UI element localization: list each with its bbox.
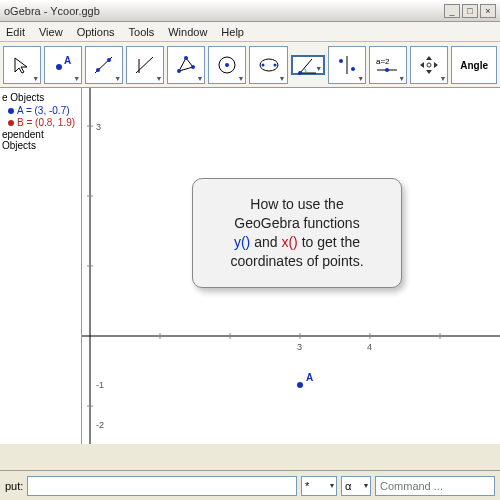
svg-point-17 [339,59,343,63]
chevron-down-icon: ▼ [357,75,364,82]
chevron-down-icon: ▾ [364,481,370,490]
chevron-down-icon: ▼ [155,75,162,82]
point-a[interactable] [297,382,303,388]
svg-point-14 [261,63,264,66]
dependent-objects-header: ependent Objects [2,129,79,151]
menu-window[interactable]: Window [168,26,207,38]
tool-slider[interactable]: a=2▼ [369,46,407,84]
input-label: put: [5,480,23,492]
free-objects-header: e Objects [2,92,79,103]
chevron-down-icon: ▼ [32,75,39,82]
svg-point-0 [56,64,62,70]
chevron-down-icon: ▼ [398,75,405,82]
svg-point-19 [351,67,355,71]
x-tick-3: 3 [297,342,302,352]
graphics-view[interactable]: 3 4 3 -1 -2 A How to use the GeoGebra fu… [82,88,500,444]
symbol-picker[interactable]: *▾ [301,476,337,496]
work-area: e Objects A = (3, -0.7) B = (0.8, 1.9) e… [0,88,500,444]
hint-tooltip: How to use the GeoGebra functions y() an… [192,178,402,288]
tool-point[interactable]: A▼ [44,46,82,84]
close-button[interactable]: × [480,4,496,18]
toolbar: ▼ A▼ ▼ ▼ ▼ ▼ ▼ ▼ ▼ a=2▼ ▼ Angle [0,42,500,88]
tool-move-view[interactable]: ▼ [410,46,448,84]
object-a[interactable]: A = (3, -0.7) [8,105,79,116]
tool-reflect[interactable]: ▼ [328,46,366,84]
chevron-down-icon: ▾ [330,481,336,490]
command-input[interactable] [27,476,297,496]
svg-point-12 [225,63,229,67]
tool-polygon[interactable]: ▼ [167,46,205,84]
chevron-down-icon: ▼ [315,65,322,72]
chevron-down-icon: ▼ [279,75,286,82]
chevron-down-icon: ▼ [196,75,203,82]
y-tick-n1: -1 [96,380,104,390]
svg-point-22 [385,68,389,72]
menu-tools[interactable]: Tools [129,26,155,38]
tool-circle[interactable]: ▼ [208,46,246,84]
point-a-label: A [306,372,313,383]
tool-angle[interactable]: ▼ [291,55,326,75]
svg-text:A: A [64,55,71,66]
command-select[interactable] [375,476,495,496]
svg-point-4 [107,58,111,62]
svg-point-16 [298,71,302,75]
menu-edit[interactable]: Edit [6,26,25,38]
point-icon [8,120,14,126]
svg-point-9 [184,56,188,60]
maximize-button[interactable]: □ [462,4,478,18]
chevron-down-icon: ▼ [73,75,80,82]
chevron-down-icon: ▼ [238,75,245,82]
svg-point-15 [273,63,276,66]
object-b[interactable]: B = (0.8, 1.9) [8,117,79,128]
point-icon [8,108,14,114]
chevron-down-icon: ▼ [439,75,446,82]
y-tick-3: 3 [96,122,101,132]
algebra-view[interactable]: e Objects A = (3, -0.7) B = (0.8, 1.9) e… [0,88,82,444]
greek-picker[interactable]: α▾ [341,476,371,496]
minimize-button[interactable]: _ [444,4,460,18]
svg-point-8 [177,69,181,73]
menu-help[interactable]: Help [221,26,244,38]
menu-options[interactable]: Options [77,26,115,38]
tool-label-angle[interactable]: Angle [451,46,497,84]
menu-view[interactable]: View [39,26,63,38]
tool-segment[interactable]: ▼ [126,46,164,84]
input-bar: put: *▾ α▾ [0,470,500,500]
window-title: oGebra - Ycoor.ggb [4,0,100,22]
svg-point-23 [427,63,431,67]
x-tick-4: 4 [367,342,372,352]
svg-point-10 [191,65,195,69]
window-titlebar: oGebra - Ycoor.ggb _ □ × [0,0,500,22]
svg-point-3 [96,68,100,72]
tool-conic[interactable]: ▼ [249,46,287,84]
svg-text:a=2: a=2 [376,57,390,66]
tool-line[interactable]: ▼ [85,46,123,84]
y-tick-n2: -2 [96,420,104,430]
tool-move[interactable]: ▼ [3,46,41,84]
chevron-down-icon: ▼ [114,75,121,82]
menu-bar: Edit View Options Tools Window Help [0,22,500,42]
